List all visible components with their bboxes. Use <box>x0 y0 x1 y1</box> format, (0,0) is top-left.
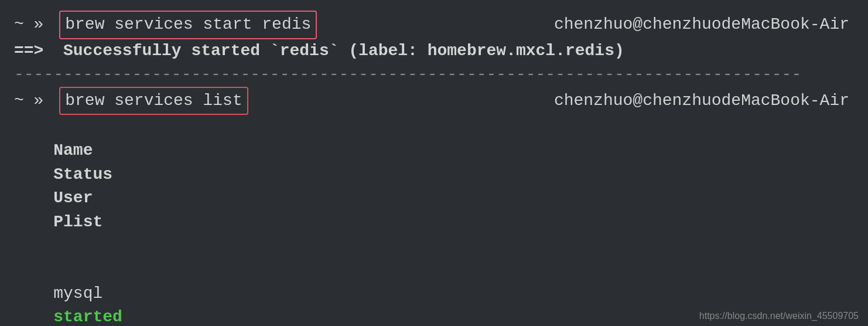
command-box-1: brew services start redis <box>59 11 317 39</box>
col-user: User <box>53 189 142 207</box>
prompt-2: ~ » <box>14 89 43 113</box>
col-name: Name <box>53 141 142 159</box>
hostname-2: chenzhuo@chenzhuodeMacBook-Air <box>554 89 854 113</box>
prompt-1: ~ » <box>14 13 43 37</box>
footer-link: https://blog.csdn.net/weixin_45509705 <box>699 311 859 321</box>
command-line-2: ~ » brew services list chenzhuo@chenzhuo… <box>14 87 854 116</box>
service-status-mysql: started <box>53 308 122 326</box>
command-box-2: brew services list <box>59 87 248 116</box>
output-line-1: ==> Successfully started `redis` (label:… <box>14 39 854 63</box>
space-1 <box>46 13 56 37</box>
space-2 <box>46 89 56 113</box>
hostname-1: chenzhuo@chenzhuodeMacBook-Air <box>554 13 854 37</box>
table-header: Name Status User Plist <box>14 115 854 258</box>
col-status: Status <box>53 165 132 184</box>
command-line-1: ~ » brew services start redis chenzhuo@c… <box>14 11 854 39</box>
terminal-window: ~ » brew services start redis chenzhuo@c… <box>0 0 868 326</box>
service-name-mysql: mysql <box>53 284 142 303</box>
divider-line: ----------------------------------------… <box>14 63 854 87</box>
col-plist: Plist <box>53 213 102 231</box>
